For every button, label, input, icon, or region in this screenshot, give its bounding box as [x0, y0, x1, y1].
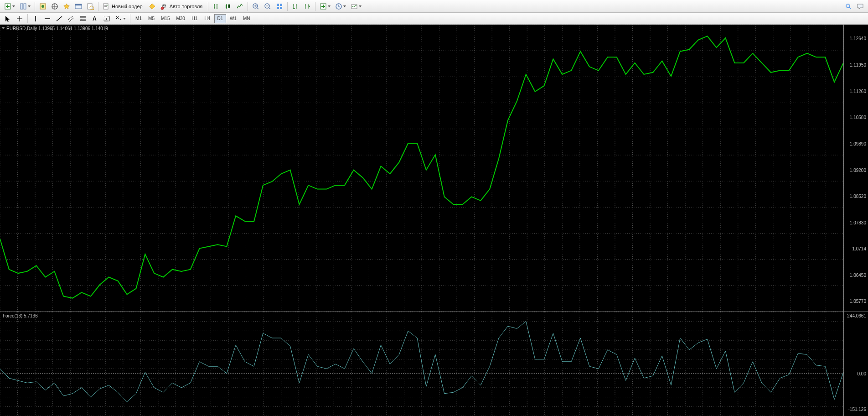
- timeframe-m30[interactable]: M30: [173, 14, 187, 23]
- svg-text:F: F: [81, 18, 83, 21]
- svg-rect-24: [280, 7, 282, 9]
- axis-label: 244.0661: [847, 313, 866, 318]
- dropdown-icon: [359, 5, 362, 7]
- market-watch-button[interactable]: [37, 1, 48, 11]
- new-chart-button[interactable]: [2, 1, 17, 11]
- axis-label: 1.09890: [850, 141, 866, 146]
- strategy-tester-button[interactable]: [85, 1, 96, 11]
- templates-icon: [351, 3, 358, 10]
- terminal-button[interactable]: [73, 1, 84, 11]
- timeframe-m15[interactable]: M15: [158, 14, 172, 23]
- line-chart-button[interactable]: [234, 1, 245, 11]
- svg-rect-21: [277, 4, 279, 6]
- diamond-icon: [149, 3, 156, 10]
- zoom-in-button[interactable]: [250, 1, 261, 11]
- separator: [248, 2, 248, 11]
- text-button[interactable]: A: [89, 14, 100, 24]
- templates-button[interactable]: [349, 1, 363, 11]
- profiles-button[interactable]: [18, 1, 32, 11]
- auto-trade-button[interactable]: Авто-торговля: [159, 1, 206, 11]
- objects-button[interactable]: [113, 14, 128, 24]
- price-axis: 1.126401.119501.112601.105801.098901.092…: [843, 25, 868, 312]
- auto-scroll-icon: [292, 3, 299, 10]
- bar-chart-button[interactable]: [211, 1, 222, 11]
- axis-label: 1.10580: [850, 114, 866, 120]
- new-order-button[interactable]: Новый ордер: [101, 1, 146, 11]
- horizontal-line-button[interactable]: [42, 14, 53, 24]
- new-chart-icon: [4, 3, 11, 10]
- svg-rect-2: [24, 4, 26, 9]
- separator: [27, 14, 28, 23]
- axis-label: 1.11260: [850, 88, 866, 94]
- candle-chart-button[interactable]: [222, 1, 233, 11]
- profiles-icon: [20, 3, 27, 10]
- candle-chart-icon: [224, 3, 232, 10]
- auto-trade-label: Авто-торговля: [170, 4, 203, 9]
- auto-trade-icon: [160, 3, 168, 10]
- svg-point-14: [163, 5, 164, 6]
- dropdown-icon: [28, 5, 31, 7]
- line-chart-icon: [236, 3, 243, 10]
- market-watch-icon: [39, 3, 46, 10]
- text-icon: A: [91, 15, 98, 22]
- zoom-out-button[interactable]: [262, 1, 273, 11]
- navigator-button[interactable]: [61, 1, 72, 11]
- separator: [315, 2, 315, 11]
- indicator-axis: 244.06610.00-151.126: [843, 312, 868, 416]
- indicators-button[interactable]: [318, 1, 332, 11]
- strategy-tester-icon: [87, 3, 94, 10]
- indicator-panel[interactable]: Force(13) 5.7136 244.06610.00-151.126: [0, 312, 868, 416]
- chart-shift-button[interactable]: [302, 1, 313, 11]
- timeframe-h1[interactable]: H1: [189, 14, 201, 23]
- search-icon: [845, 3, 852, 10]
- svg-rect-22: [280, 4, 282, 6]
- search-button[interactable]: [843, 1, 854, 11]
- vertical-line-button[interactable]: [30, 14, 41, 24]
- svg-text:A: A: [93, 16, 97, 22]
- indicator-title: Force(13) 5.7136: [3, 313, 38, 318]
- navigator-icon: [63, 3, 70, 10]
- price-chart-panel[interactable]: EURUSD,Daily 1.13965 1.14061 1.13906 1.1…: [0, 25, 868, 312]
- help-button[interactable]: [855, 1, 866, 11]
- trendline-button[interactable]: [54, 14, 65, 24]
- chart-shift-icon: [304, 3, 311, 10]
- metaquotes-button[interactable]: [147, 1, 158, 11]
- timeframe-m1[interactable]: M1: [133, 14, 145, 23]
- svg-text:T: T: [105, 17, 108, 21]
- equidistant-button[interactable]: [66, 14, 77, 24]
- separator: [130, 14, 130, 23]
- indicator-canvas[interactable]: [0, 312, 843, 416]
- svg-rect-12: [104, 6, 107, 7]
- vline-icon: [32, 15, 39, 22]
- tile-icon: [276, 3, 283, 10]
- timeframe-w1[interactable]: W1: [227, 14, 239, 23]
- axis-label: 1.05770: [850, 299, 866, 304]
- periodicity-button[interactable]: [333, 1, 348, 11]
- drawing-toolbar: F A T M1M5M15M30H1H4D1W1MN: [0, 13, 868, 25]
- timeframe-mn[interactable]: MN: [240, 14, 253, 23]
- auto-scroll-button[interactable]: [290, 1, 301, 11]
- terminal-icon: [75, 3, 82, 10]
- separator: [208, 2, 208, 11]
- crosshair-icon: [16, 15, 23, 22]
- crosshair-button[interactable]: [14, 14, 25, 24]
- dropdown-icon: [343, 5, 346, 7]
- svg-point-16: [161, 7, 164, 10]
- new-order-icon: [103, 3, 110, 10]
- data-window-button[interactable]: [49, 1, 60, 11]
- price-chart-canvas[interactable]: [0, 25, 843, 312]
- chart-menu-icon[interactable]: [1, 27, 5, 29]
- text-label-button[interactable]: T: [101, 14, 112, 24]
- timeframe-m5[interactable]: M5: [145, 14, 157, 23]
- data-window-icon: [51, 3, 58, 10]
- timeframe-d1[interactable]: D1: [214, 14, 226, 23]
- tile-windows-button[interactable]: [274, 1, 285, 11]
- svg-rect-23: [277, 7, 279, 9]
- fibonacci-button[interactable]: F: [78, 14, 88, 24]
- cursor-button[interactable]: [2, 14, 13, 24]
- trendline-icon: [56, 15, 63, 22]
- separator: [98, 2, 98, 11]
- axis-label: 1.09200: [850, 167, 866, 172]
- timeframe-h4[interactable]: H4: [202, 14, 213, 23]
- svg-rect-17: [226, 5, 227, 8]
